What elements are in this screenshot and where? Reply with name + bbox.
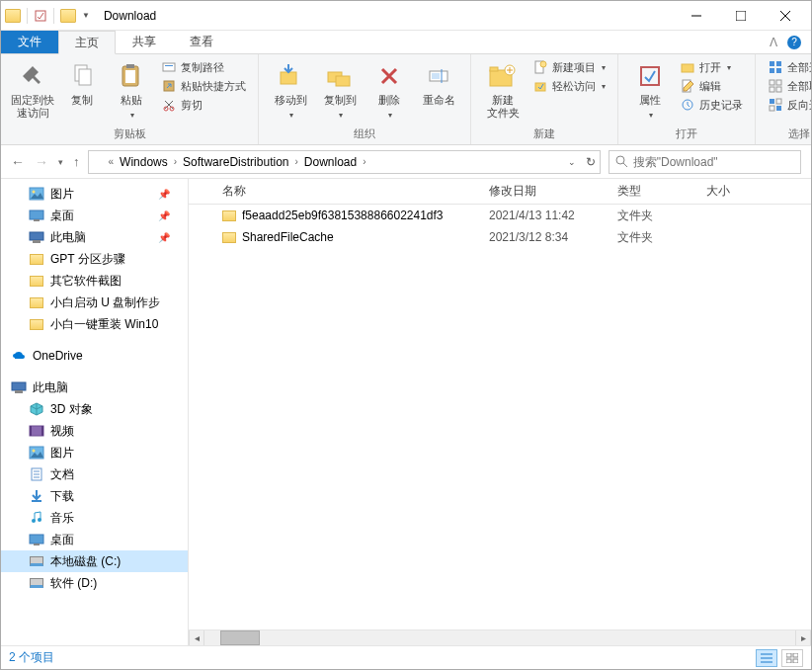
- breadcrumb-2[interactable]: Download: [300, 155, 361, 169]
- address-bar[interactable]: « Windows › SoftwareDistribution › Downl…: [88, 150, 602, 174]
- delete-button[interactable]: 删除▾: [365, 58, 413, 124]
- sidebar-item-label: 其它软件截图: [50, 273, 122, 290]
- sidebar-item[interactable]: 桌面📌: [1, 205, 188, 226]
- sidebar-item[interactable]: 小白启动 U 盘制作步: [1, 292, 188, 313]
- breadcrumb-0[interactable]: Windows: [116, 155, 172, 169]
- pin-icon: 📌: [158, 189, 170, 200]
- window-title: Download: [104, 9, 156, 23]
- cut-button[interactable]: 剪切: [157, 96, 250, 114]
- group-clipboard: 固定到快 速访问 复制 粘贴▾ 复制路径 粘贴快捷方式 剪切 剪贴板: [1, 54, 259, 144]
- address-dropdown-icon[interactable]: ⌄: [568, 157, 576, 167]
- moveto-button[interactable]: 移动到▾: [267, 58, 314, 124]
- nav-row: ← → ▾ ↑ « Windows › SoftwareDistribution…: [1, 145, 811, 179]
- search-input[interactable]: [633, 155, 794, 169]
- recent-dropdown[interactable]: ▾: [58, 157, 63, 167]
- tab-home[interactable]: 主页: [58, 31, 116, 54]
- help-icon[interactable]: ?: [787, 36, 801, 49]
- downloads-icon: [29, 488, 44, 504]
- copy-button[interactable]: 复制: [58, 58, 106, 109]
- svg-rect-17: [336, 76, 350, 86]
- sidebar-item-label: 图片: [50, 186, 74, 203]
- breadcrumb-root-chevron[interactable]: «: [109, 156, 115, 167]
- sidebar-item[interactable]: 下载: [1, 485, 188, 507]
- forward-button[interactable]: →: [35, 154, 48, 170]
- easyaccess-button[interactable]: 轻松访问▾: [528, 77, 609, 95]
- up-button[interactable]: ↑: [73, 154, 80, 169]
- sidebar-item[interactable]: 本地磁盘 (C:): [1, 550, 188, 572]
- sidebar-item-label: 本地磁盘 (C:): [50, 553, 121, 570]
- back-button[interactable]: ←: [11, 154, 25, 170]
- edit-button[interactable]: 编辑: [676, 77, 747, 95]
- sidebar-item[interactable]: 其它软件截图: [1, 270, 188, 292]
- history-button[interactable]: 历史记录: [676, 96, 747, 114]
- sidebar-item[interactable]: 音乐: [1, 507, 188, 529]
- sidebar[interactable]: 图片📌桌面📌此电脑📌GPT 分区步骤其它软件截图小白启动 U 盘制作步小白一键重…: [1, 179, 189, 645]
- col-type[interactable]: 类型: [609, 183, 698, 200]
- music-icon: [29, 510, 44, 526]
- search-box[interactable]: [609, 150, 801, 174]
- svg-point-43: [616, 156, 624, 164]
- sidebar-item[interactable]: 桌面: [1, 529, 188, 550]
- invertselection-button[interactable]: 反向选择: [764, 96, 812, 114]
- sidebar-item[interactable]: 文档: [1, 463, 188, 485]
- video-icon: [29, 423, 44, 439]
- svg-point-64: [38, 518, 41, 522]
- selectnone-button[interactable]: 全部取消: [764, 77, 812, 95]
- sidebar-item-label: 软件 (D:): [50, 575, 97, 592]
- file-row[interactable]: f5eaadd25eb9f6381538886602241df32021/4/1…: [189, 205, 811, 226]
- tab-file[interactable]: 文件: [1, 31, 58, 53]
- sidebar-item-label: 桌面: [50, 532, 74, 548]
- breadcrumb-1[interactable]: SoftwareDistribution: [179, 155, 292, 169]
- rename-button[interactable]: 重命名: [415, 58, 462, 109]
- svg-rect-39: [770, 99, 774, 104]
- svg-rect-70: [786, 653, 791, 657]
- newitem-button[interactable]: 新建项目▾: [528, 58, 609, 76]
- minimize-button[interactable]: [674, 2, 718, 30]
- copyto-button[interactable]: 复制到▾: [316, 58, 364, 124]
- paste-button[interactable]: 粘贴▾: [108, 58, 155, 124]
- folder-icon: [222, 210, 236, 221]
- file-name: SharedFileCache: [242, 230, 334, 244]
- selectall-button[interactable]: 全部选择: [764, 58, 812, 76]
- tab-share[interactable]: 共享: [116, 31, 173, 53]
- sidebar-item[interactable]: 3D 对象: [1, 398, 188, 420]
- newfolder-button[interactable]: 新建 文件夹: [479, 58, 527, 122]
- drive-icon: [29, 553, 44, 569]
- view-details-button[interactable]: [756, 649, 777, 667]
- qat-properties-icon[interactable]: [34, 9, 47, 23]
- sidebar-item[interactable]: 小白一键重装 Win10: [1, 313, 188, 335]
- docs-icon: [29, 466, 44, 482]
- sidebar-item[interactable]: 此电脑: [1, 377, 188, 398]
- view-icons-button[interactable]: [781, 649, 803, 667]
- sidebar-item[interactable]: GPT 分区步骤: [1, 248, 188, 270]
- desktop-icon: [29, 208, 44, 223]
- close-button[interactable]: [763, 2, 807, 30]
- horizontal-scrollbar[interactable]: ◂▸: [189, 629, 811, 645]
- qat-dropdown-icon[interactable]: ▼: [82, 11, 90, 20]
- open-button[interactable]: 打开▾: [676, 58, 747, 76]
- svg-rect-47: [30, 210, 43, 219]
- sidebar-item[interactable]: OneDrive: [1, 345, 188, 367]
- pin-icon: 📌: [158, 232, 170, 243]
- properties-button[interactable]: 属性▾: [626, 58, 674, 124]
- qat-newfolder-icon[interactable]: [60, 9, 76, 23]
- sidebar-item[interactable]: 软件 (D:): [1, 572, 188, 594]
- svg-rect-11: [165, 65, 173, 66]
- pin-quickaccess-button[interactable]: 固定到快 速访问: [9, 58, 56, 122]
- sidebar-item[interactable]: 此电脑📌: [1, 226, 188, 248]
- tab-view[interactable]: 查看: [173, 31, 230, 53]
- col-date[interactable]: 修改日期: [481, 183, 609, 200]
- sidebar-item[interactable]: 视频: [1, 420, 188, 442]
- maximize-button[interactable]: [718, 2, 763, 30]
- copy-path-button[interactable]: 复制路径: [157, 58, 250, 76]
- col-size[interactable]: 大小: [698, 183, 758, 200]
- ribbon-collapse-icon[interactable]: ᐱ: [770, 36, 777, 49]
- svg-rect-9: [125, 70, 135, 83]
- svg-rect-55: [41, 426, 43, 436]
- sidebar-item[interactable]: 图片: [1, 442, 188, 463]
- paste-shortcut-button[interactable]: 粘贴快捷方式: [157, 77, 250, 95]
- file-row[interactable]: SharedFileCache2021/3/12 8:34文件夹: [189, 226, 811, 248]
- col-name[interactable]: 名称: [214, 183, 481, 200]
- sidebar-item[interactable]: 图片📌: [1, 183, 188, 205]
- refresh-button[interactable]: ↻: [586, 155, 596, 169]
